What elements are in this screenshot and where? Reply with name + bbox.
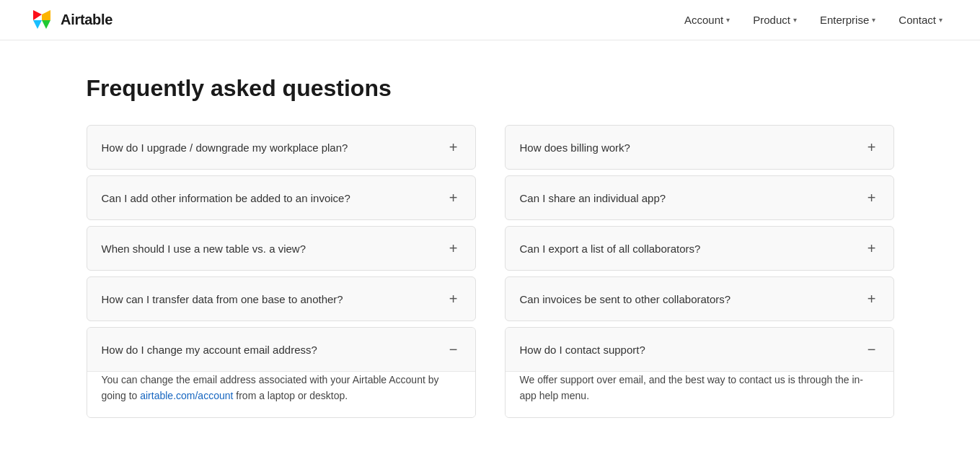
faq-toggle-q9: + [865, 292, 879, 306]
nav-enterprise-label: Enterprise [820, 14, 869, 26]
faq-question-q10[interactable]: How do I contact support? − [506, 328, 893, 371]
faq-answer-wrapper-q10: We offer support over email, and the bes… [506, 371, 893, 417]
svg-marker-1 [42, 10, 50, 20]
faq-question-q8[interactable]: Can I export a list of all collaborators… [506, 227, 893, 270]
faq-question-text-q4: How can I transfer data from one base to… [102, 292, 446, 307]
faq-answer-q10: We offer support over email, and the bes… [506, 371, 893, 417]
faq-question-text-q1: How do I upgrade / downgrade my workplac… [102, 140, 446, 155]
faq-grid: How do I upgrade / downgrade my workplac… [87, 125, 894, 424]
nav-account-label: Account [684, 14, 723, 26]
faq-toggle-q2: + [446, 191, 461, 205]
faq-answer-q5: You can change the email address associa… [87, 371, 475, 417]
faq-item-q9: Can invoices be sent to other collaborat… [505, 276, 894, 321]
faq-question-q7[interactable]: Can I share an individual app? + [506, 176, 893, 219]
faq-question-q1[interactable]: How do I upgrade / downgrade my workplac… [87, 126, 475, 169]
faq-item-q4: How can I transfer data from one base to… [87, 276, 476, 321]
nav-product-label: Product [753, 14, 790, 26]
faq-question-q9[interactable]: Can invoices be sent to other collaborat… [506, 277, 893, 321]
svg-marker-3 [42, 20, 50, 29]
page-title: Frequently asked questions [87, 75, 894, 102]
nav-item-account[interactable]: Account ▾ [676, 9, 738, 30]
nav-enterprise-chevron: ▾ [872, 16, 875, 24]
brand-name: Airtable [61, 12, 112, 28]
faq-item-q10: How do I contact support? − We offer sup… [505, 327, 894, 418]
nav-product-chevron: ▾ [793, 16, 797, 24]
faq-toggle-q10: − [865, 342, 879, 357]
main-nav: Airtable Account ▾ Product ▾ Enterprise … [0, 0, 980, 40]
nav-item-enterprise[interactable]: Enterprise ▾ [811, 9, 884, 30]
faq-column-left: How do I upgrade / downgrade my workplac… [87, 125, 476, 424]
faq-question-q4[interactable]: How can I transfer data from one base to… [87, 277, 475, 321]
faq-item-q5: How do I change my account email address… [87, 327, 476, 418]
faq-question-text-q7: Can I share an individual app? [520, 191, 865, 206]
faq-toggle-q6: + [865, 140, 879, 154]
faq-question-text-q2: Can I add other information be added to … [102, 191, 446, 206]
faq-question-q6[interactable]: How does billing work? + [506, 126, 893, 169]
faq-item-q8: Can I export a list of all collaborators… [505, 226, 894, 271]
faq-question-q3[interactable]: When should I use a new table vs. a view… [87, 227, 475, 270]
faq-question-q2[interactable]: Can I add other information be added to … [87, 176, 475, 219]
faq-question-text-q3: When should I use a new table vs. a view… [102, 241, 446, 256]
nav-item-product[interactable]: Product ▾ [744, 9, 805, 30]
faq-question-text-q9: Can invoices be sent to other collaborat… [520, 292, 865, 307]
faq-column-right: How does billing work? + Can I share an … [505, 125, 894, 424]
faq-toggle-q3: + [446, 241, 461, 256]
faq-toggle-q4: + [446, 292, 461, 306]
nav-contact-label: Contact [899, 14, 936, 26]
faq-item-q6: How does billing work? + [505, 125, 894, 170]
faq-toggle-q8: + [865, 241, 879, 256]
faq-question-q5[interactable]: How do I change my account email address… [87, 328, 475, 371]
faq-answer-wrapper-q5: You can change the email address associa… [87, 371, 475, 417]
nav-contact-chevron: ▾ [939, 16, 943, 24]
faq-toggle-q1: + [446, 140, 461, 154]
faq-item-q1: How do I upgrade / downgrade my workplac… [87, 125, 476, 170]
faq-answer-link-q5[interactable]: airtable.com/account [140, 390, 233, 401]
nav-item-contact[interactable]: Contact ▾ [890, 9, 951, 30]
svg-marker-0 [33, 10, 42, 20]
faq-answer-after-q5: from a laptop or desktop. [233, 390, 348, 401]
nav-account-chevron: ▾ [726, 16, 730, 24]
faq-question-text-q8: Can I export a list of all collaborators… [520, 241, 865, 256]
faq-toggle-q7: + [865, 191, 879, 205]
faq-item-q3: When should I use a new table vs. a view… [87, 226, 476, 271]
svg-marker-2 [33, 20, 42, 29]
faq-question-text-q5: How do I change my account email address… [102, 342, 446, 357]
main-content: Frequently asked questions How do I upgr… [58, 40, 923, 449]
faq-toggle-q5: − [446, 342, 461, 357]
faq-question-text-q10: How do I contact support? [520, 342, 865, 357]
nav-links: Account ▾ Product ▾ Enterprise ▾ Contact… [676, 9, 951, 30]
airtable-logo-icon [29, 7, 55, 33]
faq-question-text-q6: How does billing work? [520, 140, 865, 155]
logo[interactable]: Airtable [29, 7, 112, 33]
faq-item-q7: Can I share an individual app? + [505, 175, 894, 220]
faq-item-q2: Can I add other information be added to … [87, 175, 476, 220]
